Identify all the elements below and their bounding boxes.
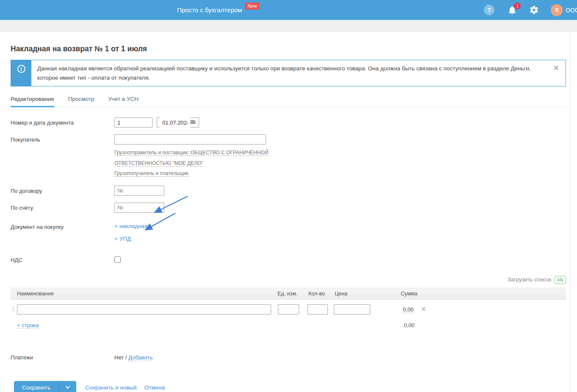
main-content: Накладная на возврат № 1 от 1 июля i Дан… [0,32,571,392]
chevron-down-icon [65,386,70,389]
upload-list-row: Загрузить списокxls [11,276,566,284]
add-waybill-link[interactable]: + накладная [114,223,147,229]
page-background-band [0,20,577,32]
actions-bar: Сохранить Сохранить и новый Отмена [14,381,570,392]
vat-row: НДС [11,255,570,263]
column-header-unit: Ед. изм. [275,291,304,297]
calendar-icon[interactable] [190,120,196,125]
item-qty-input[interactable] [308,304,328,314]
upload-list-label[interactable]: Загрузить список [508,276,551,283]
tab-usn-accounting[interactable]: Учет в УСН [108,96,139,107]
column-header-sum: Сумма [370,291,566,297]
add-upd-link[interactable]: + УПД [114,236,131,242]
column-header-qty: Кол-во [304,291,332,297]
page-title: Накладная на возврат № 1 от 1 июля [11,32,570,53]
xls-badge[interactable]: xls [555,276,566,284]
column-header-name: Наименование [17,291,275,297]
purchase-doc-row: Документ на покупку + накладная + УПД [11,223,570,242]
close-icon[interactable]: ✕ [553,64,559,72]
gear-icon [529,5,539,15]
save-button[interactable]: Сохранить [14,381,76,392]
add-row-link[interactable]: + строка [17,322,39,329]
contract-number-input[interactable] [114,186,164,196]
payments-row: Платежи Нет / Добавить [11,352,570,361]
doc-number-input[interactable] [114,117,153,128]
contract-row: По договору [11,186,570,196]
info-banner: i Данная накладная является обратной реа… [11,60,566,86]
notification-count-badge: 1 [514,3,521,9]
invoice-number-input[interactable] [114,203,164,213]
payments-value: Нет / Добавить [114,352,153,361]
save-button-label: Сохранить [14,381,59,392]
doc-date-input[interactable] [160,117,190,128]
buyer-field-group: Грузоотправитель и поставщик: ОБЩЕСТВО С… [114,134,271,179]
tabs-bar: Редактирование Просмотр Учет в УСН [11,96,566,107]
buyer-sub-links: Грузоотправитель и поставщик: ОБЩЕСТВО С… [114,147,271,179]
info-banner-accent: i [11,60,31,86]
doc-number-row: Номер и дата документа [11,117,570,128]
cancel-link[interactable]: Отмена [144,384,165,391]
tab-preview[interactable]: Просмотр [68,96,94,107]
vat-checkbox[interactable] [114,256,121,263]
delete-row-icon[interactable]: ✕ [421,306,426,313]
doc-number-label: Номер и дата документа [11,117,114,126]
consignee-payer-link[interactable]: Грузополучатель и плательщик: [114,170,189,177]
purchase-doc-label: Документ на покупку [11,223,114,230]
shipper-supplier-link[interactable]: Грузоотправитель и поставщик: ОБЩЕСТВО С… [114,150,269,167]
payments-label: Платежи [11,352,114,361]
notifications-button[interactable]: 1 [507,5,517,15]
purchase-doc-links: + накладная + УПД [114,223,147,242]
item-sum-value[interactable]: 0,00 [403,306,413,313]
org-name-label[interactable]: ООО [566,7,577,14]
top-header-bar: Просто с бухгалтером New ? 1 0 ООО [0,0,577,20]
app-title: Просто с бухгалтером [177,6,242,14]
row-index: 1 [12,306,15,312]
info-banner-text: Данная накладная является обратной реали… [31,60,566,86]
info-icon: i [17,65,25,73]
app-title-wrap: Просто с бухгалтером New [177,0,259,20]
buyer-label: Покупатель [11,134,114,143]
save-dropdown-toggle[interactable] [59,381,76,392]
avatar[interactable]: 0 [551,4,563,16]
doc-date-field[interactable] [157,117,199,128]
buyer-input[interactable] [114,134,266,145]
add-payment-link[interactable]: Добавить [128,354,153,361]
document-form: Номер и дата документа Покупатель [11,117,570,263]
vat-label: НДС [11,255,114,263]
item-unit-input[interactable] [278,304,299,314]
item-sum-cell: 0,00 ✕ [370,305,566,313]
contract-label: По договору [11,186,114,194]
tab-editing[interactable]: Редактирование [11,96,54,107]
settings-button[interactable] [529,5,539,15]
buyer-row: Покупатель Грузоотправитель и поставщик:… [11,134,570,179]
new-badge: New [245,3,259,10]
item-name-input[interactable] [17,304,271,314]
header-icons: ? 1 0 ООО [484,0,577,20]
help-icon[interactable]: ? [484,5,494,15]
item-price-input[interactable] [334,304,370,314]
payments-status: Нет / [114,354,127,361]
save-and-new-link[interactable]: Сохранить и новый [85,384,137,391]
invoice-label: По счёту [11,203,114,211]
table-row: 1 0,00 ✕ [11,304,566,314]
column-header-price: Цена [332,291,370,297]
items-total: 0,00 [370,322,566,328]
items-table-header: Наименование Ед. изм. Кол-во Цена Сумма [11,288,566,300]
table-footer: + строка 0,00 [11,322,566,328]
invoice-row: По счёту [11,203,570,213]
